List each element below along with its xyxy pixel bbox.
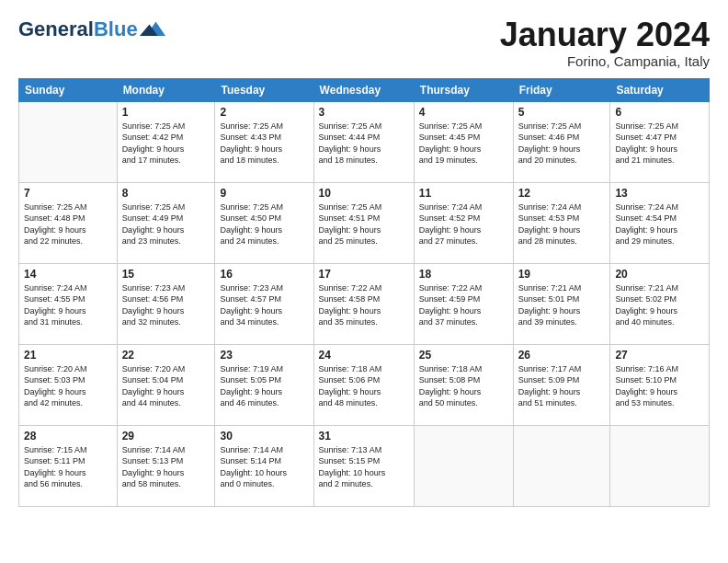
day-number: 3 — [319, 106, 409, 119]
day-number: 18 — [419, 268, 508, 281]
calendar-cell: 3Sunrise: 7:25 AM Sunset: 4:44 PM Daylig… — [313, 101, 414, 182]
calendar-cell: 26Sunrise: 7:17 AM Sunset: 5:09 PM Dayli… — [513, 344, 610, 425]
calendar-week-row: 14Sunrise: 7:24 AM Sunset: 4:55 PM Dayli… — [19, 263, 710, 344]
day-number: 21 — [24, 349, 112, 362]
day-number: 17 — [319, 268, 409, 281]
day-number: 6 — [615, 106, 704, 119]
day-info: Sunrise: 7:19 AM Sunset: 5:05 PM Dayligh… — [220, 363, 308, 409]
logo-icon — [140, 17, 165, 42]
day-number: 13 — [615, 187, 704, 200]
logo-text: GeneralBlue — [18, 18, 138, 40]
calendar-cell: 11Sunrise: 7:24 AM Sunset: 4:52 PM Dayli… — [414, 182, 513, 263]
day-number: 25 — [419, 349, 508, 362]
calendar-cell: 18Sunrise: 7:22 AM Sunset: 4:59 PM Dayli… — [414, 263, 513, 344]
calendar-col-header: Monday — [117, 78, 215, 101]
calendar-cell: 31Sunrise: 7:13 AM Sunset: 5:15 PM Dayli… — [313, 425, 414, 506]
calendar-week-row: 1Sunrise: 7:25 AM Sunset: 4:42 PM Daylig… — [19, 101, 710, 182]
calendar-col-header: Thursday — [414, 78, 513, 101]
calendar-cell: 10Sunrise: 7:25 AM Sunset: 4:51 PM Dayli… — [313, 182, 414, 263]
day-number: 10 — [319, 187, 409, 200]
page-header: GeneralBlue January 2024 Forino, Campani… — [18, 17, 710, 69]
calendar-col-header: Friday — [513, 78, 610, 101]
calendar-cell: 8Sunrise: 7:25 AM Sunset: 4:49 PM Daylig… — [117, 182, 215, 263]
calendar-table: SundayMondayTuesdayWednesdayThursdayFrid… — [18, 78, 710, 507]
calendar-cell — [513, 425, 610, 506]
day-info: Sunrise: 7:14 AM Sunset: 5:13 PM Dayligh… — [122, 444, 210, 490]
day-number: 24 — [319, 349, 409, 362]
calendar-cell: 9Sunrise: 7:25 AM Sunset: 4:50 PM Daylig… — [215, 182, 313, 263]
day-info: Sunrise: 7:21 AM Sunset: 5:01 PM Dayligh… — [518, 282, 606, 328]
calendar-col-header: Sunday — [19, 78, 118, 101]
day-info: Sunrise: 7:25 AM Sunset: 4:45 PM Dayligh… — [419, 121, 508, 167]
calendar-col-header: Saturday — [610, 78, 710, 101]
day-info: Sunrise: 7:25 AM Sunset: 4:42 PM Dayligh… — [122, 121, 210, 167]
calendar-cell: 21Sunrise: 7:20 AM Sunset: 5:03 PM Dayli… — [19, 344, 118, 425]
day-number: 2 — [220, 106, 308, 119]
logo: GeneralBlue — [18, 17, 165, 42]
day-number: 20 — [615, 268, 704, 281]
calendar-col-header: Wednesday — [313, 78, 414, 101]
location: Forino, Campania, Italy — [500, 53, 710, 69]
day-info: Sunrise: 7:22 AM Sunset: 4:59 PM Dayligh… — [419, 282, 508, 328]
day-number: 22 — [122, 349, 210, 362]
day-number: 16 — [220, 268, 308, 281]
day-number: 14 — [24, 268, 112, 281]
calendar-cell: 23Sunrise: 7:19 AM Sunset: 5:05 PM Dayli… — [215, 344, 313, 425]
calendar-cell: 20Sunrise: 7:21 AM Sunset: 5:02 PM Dayli… — [610, 263, 710, 344]
day-info: Sunrise: 7:25 AM Sunset: 4:48 PM Dayligh… — [24, 201, 112, 247]
day-info: Sunrise: 7:13 AM Sunset: 5:15 PM Dayligh… — [319, 444, 409, 490]
calendar-cell: 12Sunrise: 7:24 AM Sunset: 4:53 PM Dayli… — [513, 182, 610, 263]
calendar-header-row: SundayMondayTuesdayWednesdayThursdayFrid… — [19, 78, 710, 101]
calendar-cell: 29Sunrise: 7:14 AM Sunset: 5:13 PM Dayli… — [117, 425, 215, 506]
day-info: Sunrise: 7:16 AM Sunset: 5:10 PM Dayligh… — [615, 363, 704, 409]
day-number: 8 — [122, 187, 210, 200]
day-number: 1 — [122, 106, 210, 119]
day-info: Sunrise: 7:23 AM Sunset: 4:57 PM Dayligh… — [220, 282, 308, 328]
day-info: Sunrise: 7:20 AM Sunset: 5:04 PM Dayligh… — [122, 363, 210, 409]
day-number: 27 — [615, 349, 704, 362]
calendar-cell: 6Sunrise: 7:25 AM Sunset: 4:47 PM Daylig… — [610, 101, 710, 182]
calendar-cell: 5Sunrise: 7:25 AM Sunset: 4:46 PM Daylig… — [513, 101, 610, 182]
calendar-cell: 14Sunrise: 7:24 AM Sunset: 4:55 PM Dayli… — [19, 263, 118, 344]
calendar-cell: 25Sunrise: 7:18 AM Sunset: 5:08 PM Dayli… — [414, 344, 513, 425]
calendar-week-row: 21Sunrise: 7:20 AM Sunset: 5:03 PM Dayli… — [19, 344, 710, 425]
day-number: 29 — [122, 430, 210, 442]
day-info: Sunrise: 7:25 AM Sunset: 4:49 PM Dayligh… — [122, 201, 210, 247]
calendar-cell — [19, 101, 118, 182]
day-number: 31 — [319, 430, 409, 442]
day-info: Sunrise: 7:18 AM Sunset: 5:08 PM Dayligh… — [419, 363, 508, 409]
day-number: 7 — [24, 187, 112, 200]
calendar-cell: 30Sunrise: 7:14 AM Sunset: 5:14 PM Dayli… — [215, 425, 313, 506]
calendar-cell — [610, 425, 710, 506]
day-number: 19 — [518, 268, 606, 281]
month-title: January 2024 — [500, 17, 710, 53]
day-info: Sunrise: 7:25 AM Sunset: 4:50 PM Dayligh… — [220, 201, 308, 247]
day-number: 11 — [419, 187, 508, 200]
calendar-cell: 15Sunrise: 7:23 AM Sunset: 4:56 PM Dayli… — [117, 263, 215, 344]
day-number: 30 — [220, 430, 308, 442]
calendar-cell: 7Sunrise: 7:25 AM Sunset: 4:48 PM Daylig… — [19, 182, 118, 263]
day-number: 26 — [518, 349, 606, 362]
calendar-cell: 24Sunrise: 7:18 AM Sunset: 5:06 PM Dayli… — [313, 344, 414, 425]
calendar-cell: 27Sunrise: 7:16 AM Sunset: 5:10 PM Dayli… — [610, 344, 710, 425]
calendar-week-row: 28Sunrise: 7:15 AM Sunset: 5:11 PM Dayli… — [19, 425, 710, 506]
day-number: 12 — [518, 187, 606, 200]
calendar-week-row: 7Sunrise: 7:25 AM Sunset: 4:48 PM Daylig… — [19, 182, 710, 263]
day-info: Sunrise: 7:15 AM Sunset: 5:11 PM Dayligh… — [24, 444, 112, 490]
calendar-cell: 13Sunrise: 7:24 AM Sunset: 4:54 PM Dayli… — [610, 182, 710, 263]
day-info: Sunrise: 7:24 AM Sunset: 4:52 PM Dayligh… — [419, 201, 508, 247]
day-info: Sunrise: 7:17 AM Sunset: 5:09 PM Dayligh… — [518, 363, 606, 409]
day-number: 23 — [220, 349, 308, 362]
calendar-cell: 2Sunrise: 7:25 AM Sunset: 4:43 PM Daylig… — [215, 101, 313, 182]
calendar-cell: 1Sunrise: 7:25 AM Sunset: 4:42 PM Daylig… — [117, 101, 215, 182]
day-info: Sunrise: 7:24 AM Sunset: 4:54 PM Dayligh… — [615, 201, 704, 247]
calendar-cell: 28Sunrise: 7:15 AM Sunset: 5:11 PM Dayli… — [19, 425, 118, 506]
day-info: Sunrise: 7:24 AM Sunset: 4:55 PM Dayligh… — [24, 282, 112, 328]
day-number: 5 — [518, 106, 606, 119]
calendar-cell: 17Sunrise: 7:22 AM Sunset: 4:58 PM Dayli… — [313, 263, 414, 344]
day-info: Sunrise: 7:18 AM Sunset: 5:06 PM Dayligh… — [319, 363, 409, 409]
day-number: 15 — [122, 268, 210, 281]
day-info: Sunrise: 7:22 AM Sunset: 4:58 PM Dayligh… — [319, 282, 409, 328]
day-info: Sunrise: 7:24 AM Sunset: 4:53 PM Dayligh… — [518, 201, 606, 247]
calendar-cell: 19Sunrise: 7:21 AM Sunset: 5:01 PM Dayli… — [513, 263, 610, 344]
